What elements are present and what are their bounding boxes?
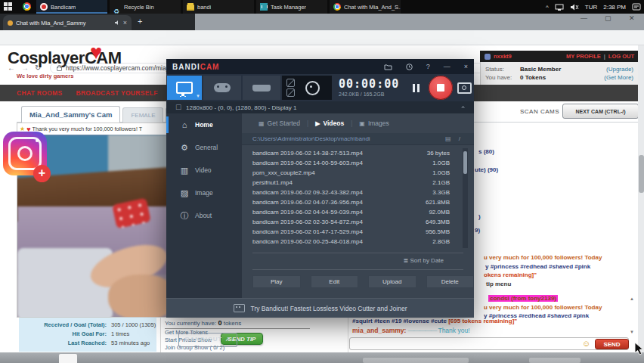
file-list-scrollbar-thumb[interactable] xyxy=(463,151,467,174)
chrome-taskbar-icon[interactable] xyxy=(23,2,31,11)
language-indicator[interactable]: TUR xyxy=(585,4,597,11)
schedule-clock-icon[interactable] xyxy=(406,64,413,70)
folder-open-icon[interactable]: ▤ / xyxy=(445,135,463,142)
checkbox-icon[interactable]: ☐ xyxy=(175,104,181,111)
site-logo[interactable]: CosplayerCAM xyxy=(8,48,121,68)
hidden-icons-chevron[interactable]: ^ xyxy=(546,4,549,11)
bandicut-promo-bar[interactable]: Try Bandicut! Fastest Lossless Video Cut… xyxy=(166,298,474,318)
clock[interactable]: 2:38 PM xyxy=(603,4,626,11)
device-recording-mode-button[interactable] xyxy=(243,76,280,100)
sidebar-item-label: Home xyxy=(195,121,213,129)
capture-target-row[interactable]: ☐ 1280x800 - (0, 0), (1280, 800) - Displ… xyxy=(166,101,474,113)
chat-scroll-up-icon[interactable]: ▲ xyxy=(630,296,634,301)
window-maximize-button[interactable]: ▢ xyxy=(605,14,611,22)
bandicut-logo-button[interactable]: BANDICUT ↗ xyxy=(178,333,237,347)
tab-audio-icon[interactable] xyxy=(114,20,120,26)
window-close-button[interactable]: ✕ xyxy=(629,14,635,22)
video-file-list: bandicam 2019-06-02 14-38-27-513.mp436 b… xyxy=(242,148,474,247)
logout-link[interactable]: LOG OUT xyxy=(608,53,634,60)
my-profile-link[interactable]: MY PROFILE xyxy=(566,53,601,60)
sort-by-date-button[interactable]: ≣ Sort by Date xyxy=(242,257,474,264)
file-row[interactable]: bandicam 2019-06-02 04-04-59-039.mp492.0… xyxy=(242,207,474,217)
taskbar-item-bandicam[interactable]: Bandicam xyxy=(36,0,107,14)
file-row[interactable]: bandicam 2019-06-02 14-38-27-513.mp436 b… xyxy=(242,148,474,158)
bandicam-titlebar[interactable]: BANDICAM ? — × xyxy=(166,59,474,74)
speaker-muted-icon[interactable] xyxy=(286,79,295,87)
cam-tab-female[interactable]: FEMALE xyxy=(122,107,163,123)
taskbar-item-bandi[interactable]: bandi xyxy=(183,0,254,14)
screenshot-button[interactable] xyxy=(457,74,472,101)
file-row[interactable]: bandicam 2019-06-02 00-25-48-018.mp42.8G… xyxy=(242,237,474,247)
bandicam-close-icon[interactable]: × xyxy=(464,63,468,70)
collapse-chevron-icon[interactable]: ^ xyxy=(461,105,465,110)
bandicam-tab-videos[interactable]: ▶Videos xyxy=(315,119,344,127)
file-row[interactable]: bandicam 2019-06-02 04-07-36-956.mp4621.… xyxy=(242,197,474,207)
browser-tab-active[interactable]: Chat with Mia_And_Sammy × xyxy=(3,15,132,30)
record-stop-button[interactable] xyxy=(429,76,453,100)
file-row[interactable]: porn_xxx_couple2.mp41.0GB xyxy=(242,168,474,178)
file-row[interactable]: bandicam 2019-06-02 09-32-43-382.mp43.3G… xyxy=(242,188,474,197)
upgrade-link[interactable]: (Upgrade) xyxy=(606,66,633,73)
taskbar-item-label: Bandicam xyxy=(51,4,76,11)
new-tab-button[interactable]: + xyxy=(138,17,142,26)
edit-button[interactable]: Edit xyxy=(311,275,359,288)
bandicam-sidebar-general[interactable]: ⚙General xyxy=(166,136,242,159)
user-panel: nxxkt9 MY PROFILE | LOG OUT Status: Basi… xyxy=(480,51,639,86)
display-tray-icon[interactable] xyxy=(555,4,564,11)
dropdown-arrow-icon[interactable]: ▼ xyxy=(196,94,200,98)
taskbar-item-chat-with-mia-and-s[interactable]: Chat with Mia_And_S... xyxy=(330,0,401,14)
browser-tabstrip: Chat with Mia_And_Sammy × + — ▢ ✕ xyxy=(0,14,644,30)
tokens-value: 0 Tokens xyxy=(520,74,604,81)
nav-item-broadcast-yourself[interactable]: BROADCAST YOURSELF xyxy=(76,89,157,97)
file-name: bandicam 2019-06-02 09-32-43-382.mp4 xyxy=(252,189,426,196)
delete-button[interactable]: Delete xyxy=(426,275,475,288)
bandicam-sidebar-home[interactable]: ⌂Home xyxy=(166,113,242,136)
file-name: bandicam 2019-06-02 04-07-36-956.mp4 xyxy=(252,199,420,206)
start-button[interactable] xyxy=(4,2,19,11)
get-more-link[interactable]: (Get More) xyxy=(604,74,633,81)
file-row[interactable]: bandicam 2019-06-02 01-47-17-529.mp4956.… xyxy=(242,227,474,237)
bandicam-sidebar-video[interactable]: ▥Video xyxy=(166,159,242,182)
file-row[interactable]: bandicam 2019-06-02 02-30-54-872.mp4649.… xyxy=(242,217,474,227)
screen-recording-mode-button[interactable]: ▼ xyxy=(167,76,202,100)
bandicam-sidebar-about[interactable]: ⓘAbout xyxy=(166,204,242,227)
webcam-icon[interactable] xyxy=(305,81,320,95)
user-icon xyxy=(485,54,491,60)
volume-muted-icon[interactable] xyxy=(570,4,579,11)
file-row[interactable]: bandicam 2019-06-02 14-00-59-603.mp41.0G… xyxy=(242,158,474,168)
window-minimize-button[interactable]: — xyxy=(581,14,587,22)
username[interactable]: nxxkt9 xyxy=(494,53,512,60)
game-recording-mode-button[interactable] xyxy=(203,76,241,100)
bandicam-tab-get-started[interactable]: ▦Get Started xyxy=(259,119,300,127)
file-row[interactable]: persifnut1.mp42.1GB xyxy=(242,178,474,188)
page-scrollbar[interactable] xyxy=(638,45,644,352)
tab-close-icon[interactable]: × xyxy=(123,19,127,26)
taskbar-item-task-manager[interactable]: Task Manager xyxy=(256,0,327,14)
instagram-follow-badge[interactable]: + xyxy=(33,165,51,182)
notification-center-icon[interactable] xyxy=(632,3,641,11)
microphone-muted-icon[interactable] xyxy=(286,88,295,97)
bandicam-sidebar-image[interactable]: ▨Image xyxy=(166,182,242,204)
next-cam-button[interactable]: NEXT CAM (CTRL-/) xyxy=(562,104,639,119)
camera-icon xyxy=(457,82,472,94)
open-folder-icon[interactable] xyxy=(384,64,392,70)
taskbar-item-recycle-bin[interactable]: Recycle Bin xyxy=(110,0,181,14)
bandicam-minimize-icon[interactable]: — xyxy=(444,63,450,70)
scan-cams-link[interactable]: SCAN CAMS xyxy=(520,108,559,115)
chat-username[interactable]: mia_and_sammy: xyxy=(352,327,406,334)
page-scrollbar-thumb[interactable] xyxy=(639,155,644,193)
tab-separator: | xyxy=(307,119,308,127)
output-path: C:\Users\Administrator\Desktop\mach\band… xyxy=(252,135,370,142)
nav-item-chat-rooms[interactable]: CHAT ROOMS xyxy=(17,89,62,97)
file-size: 92.0MB xyxy=(429,209,450,216)
upload-button[interactable]: Upload xyxy=(368,275,416,288)
chat-send-button[interactable]: SEND xyxy=(595,339,629,349)
cam-tab-mia-and-sammy-s-cam[interactable]: Mia_And_Sammy's Cam xyxy=(21,106,120,123)
pause-button[interactable] xyxy=(413,74,420,101)
play-button[interactable]: Play xyxy=(252,275,301,288)
help-icon[interactable]: ? xyxy=(426,63,430,70)
output-path-bar[interactable]: C:\Users\Administrator\Desktop\mach\band… xyxy=(242,133,474,145)
bandicam-tab-images[interactable]: ▣Images xyxy=(359,119,389,127)
emoji-button[interactable]: ☺ xyxy=(582,339,590,349)
chat-scroll-down-icon[interactable]: ▼ xyxy=(630,330,634,334)
